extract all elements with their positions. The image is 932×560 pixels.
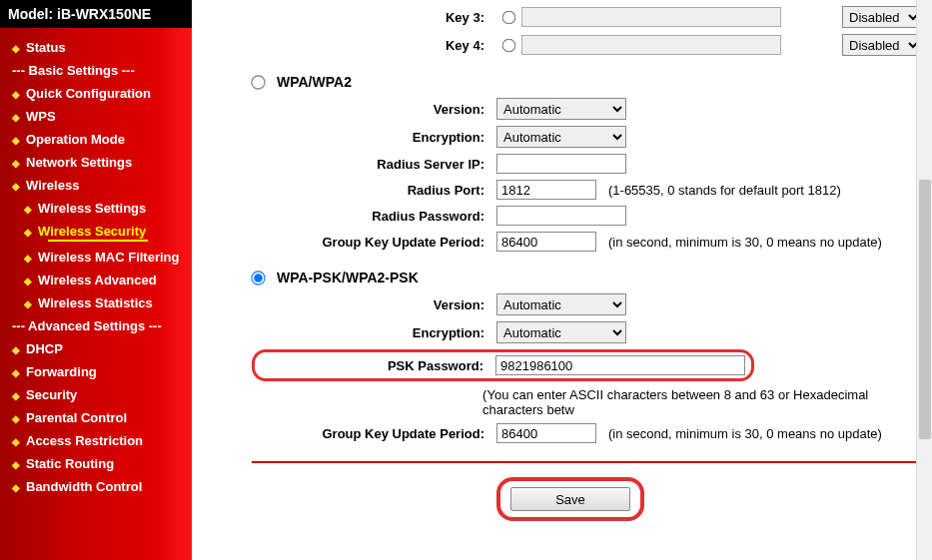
nav-network-settings[interactable]: ◆Network Settings — [0, 151, 192, 174]
psk-version-select[interactable]: Automatic — [496, 293, 626, 315]
nav-quick-config[interactable]: ◆Quick Configuration — [0, 82, 192, 105]
wpa-title: WPA/WPA2 — [277, 74, 352, 90]
nav-access[interactable]: ◆Access Restriction — [0, 429, 192, 452]
psk-password-input[interactable] — [495, 355, 745, 375]
nav-wireless-stats[interactable]: ◆Wireless Statistics — [0, 291, 192, 314]
nav-parental[interactable]: ◆Parental Control — [0, 406, 192, 429]
psk-radio[interactable] — [251, 271, 265, 284]
psk-groupkey-input[interactable] — [496, 423, 596, 443]
nav-wps[interactable]: ◆WPS — [0, 105, 192, 128]
key3-type-select[interactable]: Disabled — [842, 6, 922, 28]
wpa-encryption-select[interactable]: Automatic — [496, 126, 626, 148]
key3-radio[interactable] — [502, 10, 516, 24]
nav-bandwidth[interactable]: ◆Bandwidth Control — [0, 475, 192, 498]
nav-adv-sep: --- Advanced Settings --- — [0, 314, 192, 337]
psk-encryption-label: Encryption: — [252, 325, 496, 340]
psk-groupkey-note: (in second, minimum is 30, 0 means no up… — [608, 426, 882, 441]
radius-pw-input[interactable] — [496, 206, 626, 226]
divider — [252, 461, 922, 463]
nav-operation-mode[interactable]: ◆Operation Mode — [0, 128, 192, 151]
psk-password-highlight: PSK Password: — [252, 349, 754, 381]
wpa-version-label: Version: — [252, 102, 496, 117]
wpa-radio[interactable] — [251, 75, 265, 89]
radius-ip-input[interactable] — [496, 154, 626, 174]
psk-password-note: (You can enter ASCII characters between … — [482, 387, 922, 417]
key3-input[interactable] — [521, 7, 781, 27]
radius-pw-label: Radius Password: — [252, 209, 496, 224]
wpa-groupkey-label: Group Key Update Period: — [252, 235, 496, 250]
nav-menu: ◆Status --- Basic Settings --- ◆Quick Co… — [0, 28, 192, 498]
wpa-section-header: WPA/WPA2 — [252, 74, 922, 90]
nav-security[interactable]: ◆Security — [0, 383, 192, 406]
nav-static-routing[interactable]: ◆Static Routing — [0, 452, 192, 475]
psk-encryption-select[interactable]: Automatic — [496, 321, 626, 343]
psk-version-label: Version: — [252, 297, 496, 312]
nav-forwarding[interactable]: ◆Forwarding — [0, 360, 192, 383]
psk-section-header: WPA-PSK/WPA2-PSK — [252, 270, 922, 285]
save-button[interactable]: Save — [510, 487, 630, 511]
nav-wireless-security[interactable]: ◆Wireless Security — [0, 220, 192, 246]
radius-port-input[interactable] — [496, 180, 596, 200]
key4-row: Key 4: Disabled — [252, 34, 922, 56]
key4-label: Key 4: — [252, 38, 496, 53]
key4-type-select[interactable]: Disabled — [842, 34, 922, 56]
key4-radio[interactable] — [502, 38, 516, 52]
radius-port-label: Radius Port: — [252, 183, 496, 198]
main-panel: Key 3: Disabled Key 4: Disabled WPA/WPA2… — [192, 0, 932, 560]
psk-title: WPA-PSK/WPA2-PSK — [277, 270, 419, 285]
scrollbar-thumb[interactable] — [919, 180, 931, 439]
key3-label: Key 3: — [252, 10, 496, 25]
nav-basic-sep: --- Basic Settings --- — [0, 59, 192, 82]
nav-dhcp[interactable]: ◆DHCP — [0, 337, 192, 360]
nav-wireless[interactable]: ◆Wireless — [0, 174, 192, 197]
wpa-version-select[interactable]: Automatic — [496, 98, 626, 120]
nav-status[interactable]: ◆Status — [0, 36, 192, 59]
psk-password-label: PSK Password: — [257, 358, 495, 373]
save-highlight: Save — [496, 477, 644, 521]
wpa-groupkey-note: (in second, minimum is 30, 0 means no up… — [608, 235, 882, 250]
model-label: Model: iB-WRX150NE — [0, 0, 192, 28]
nav-wireless-advanced[interactable]: ◆Wireless Advanced — [0, 269, 192, 291]
psk-groupkey-label: Group Key Update Period: — [252, 426, 496, 441]
radius-port-note: (1-65535, 0 stands for default port 1812… — [608, 183, 841, 198]
sidebar: Model: iB-WRX150NE ◆Status --- Basic Set… — [0, 0, 192, 560]
key3-row: Key 3: Disabled — [252, 6, 922, 28]
wpa-encryption-label: Encryption: — [252, 130, 496, 145]
radius-ip-label: Radius Server IP: — [252, 157, 496, 172]
wpa-groupkey-input[interactable] — [496, 232, 596, 252]
nav-wireless-mac[interactable]: ◆Wireless MAC Filtering — [0, 246, 192, 269]
nav-wireless-settings[interactable]: ◆Wireless Settings — [0, 197, 192, 220]
scrollbar[interactable] — [916, 0, 932, 560]
key4-input[interactable] — [521, 35, 781, 55]
